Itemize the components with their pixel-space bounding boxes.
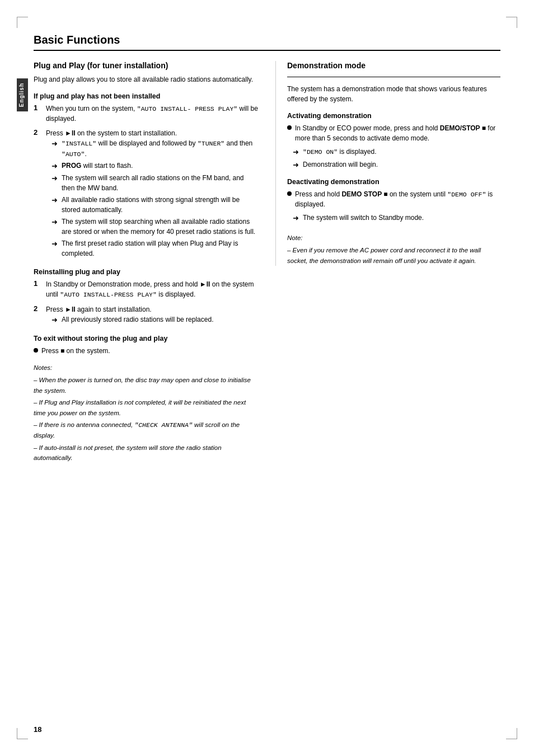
reinstall-s1-mono: "AUTO INSTALL-PRESS PLAY" <box>60 291 157 298</box>
step-number-2: 2 <box>34 128 41 260</box>
corner-mark-br <box>506 728 517 739</box>
exit-bullet: Press ■ on the system. <box>34 346 259 356</box>
step-1-plug-play: 1 When you turn on the system, "AUTO INS… <box>34 104 259 124</box>
step-2-arrow5-text: The system will stop searching when all … <box>62 217 259 237</box>
activating-arrow2: ➜ Demonstration will begin. <box>293 159 500 171</box>
step-2-arrow2-text: PROG will start to flash. <box>62 161 133 172</box>
right-column: Demonstration mode The system has a demo… <box>275 61 500 465</box>
right-note-title: Note: <box>287 233 500 243</box>
reinstall-s2-arrow1: ➜ All previously stored radio stations w… <box>51 314 259 326</box>
step-2-arrow4: ➜ All available radio stations with stro… <box>51 195 259 215</box>
step-2-arrow1-text: "INSTALL" will be displayed and followed… <box>62 138 259 159</box>
left-notes: Notes: – When the power is turned on, th… <box>34 363 259 463</box>
subsection1-title: If plug and play has not been installed <box>34 92 259 100</box>
step-1-mono: "AUTO INSTALL- PRESS PLAY" <box>137 105 237 112</box>
reinstall-step-number-1: 1 <box>34 279 41 299</box>
step-2-arrow5: ➜ The system will stop searching when al… <box>51 217 259 237</box>
activating-demo-title: Activating demonstration <box>287 112 500 120</box>
step-2-arrow1: ➜ "INSTALL" will be displayed and follow… <box>51 138 259 159</box>
reinstall-step-2: 2 Press ►II again to start installation.… <box>34 304 259 327</box>
reinstall-s2-before: Press <box>46 306 65 313</box>
deactivating-arrow1-text: The system will switch to Standby mode. <box>303 213 424 224</box>
arrow-icon-4: ➜ <box>51 195 59 215</box>
arrow-icon-9: ➜ <box>293 159 301 171</box>
arrow-icon-7: ➜ <box>51 314 59 326</box>
reinstall-s2-after: again to start installation. <box>76 306 152 313</box>
reinstall-s2-button: ►II <box>65 306 76 313</box>
page-number: 18 <box>34 725 41 734</box>
step-1-content: When you turn on the system, "AUTO INSTA… <box>46 104 259 124</box>
arrow-icon-3: ➜ <box>51 173 59 193</box>
page-title: Basic Functions <box>34 34 500 51</box>
corner-mark-tr <box>506 17 517 28</box>
right-title-area: Demonstration mode <box>287 61 500 77</box>
step-1-text-before: When you turn on the system, <box>46 105 137 112</box>
bullet-icon-1 <box>34 348 38 353</box>
arrow-icon-1: ➜ <box>51 138 59 159</box>
exit-text-before: Press <box>41 347 60 355</box>
main-content: Basic Functions Plug and Play (for tuner… <box>34 34 500 722</box>
demo-stop-button-activate: DEMO/STOP ■ <box>440 124 486 132</box>
step-2-arrow6: ➜ The first preset radio station will pl… <box>51 238 259 259</box>
deactivating-text-after: on the system until <box>388 190 448 198</box>
reinstall-step-1-content: In Standby or Demonstration mode, press … <box>46 279 259 299</box>
left-section-title: Plug and Play (for tuner installation) <box>34 61 259 70</box>
bullet-icon-2 <box>287 125 292 130</box>
step-number-1: 1 <box>34 104 41 124</box>
english-tab: English <box>17 78 28 111</box>
demo-off-mono: "DEMO OFF" <box>447 191 486 198</box>
activating-text-before: In Standby or ECO power mode, press and … <box>295 124 440 132</box>
left-intro: Plug and play allows you to store all av… <box>34 74 259 84</box>
arrow-icon-6: ➜ <box>51 238 59 259</box>
left-note-3: – If there is no antenna connected, "CHE… <box>34 420 259 441</box>
deactivating-arrow1: ➜ The system will switch to Standby mode… <box>293 213 500 224</box>
step-2-text-after: on the system to start installation. <box>76 129 177 137</box>
deactivating-bullet: Press and hold DEMO STOP ■ on the system… <box>287 189 500 209</box>
deactivating-text-before: Press and hold <box>295 190 341 198</box>
step-2-arrow2: ➜ PROG will start to flash. <box>51 161 259 172</box>
step-2-text-before: Press <box>46 129 65 137</box>
demo-stop-button-deactivate: DEMO STOP ■ <box>341 190 387 198</box>
two-column-layout: Plug and Play (for tuner installation) P… <box>34 61 500 465</box>
subsection2-title: Reinstalling plug and play <box>34 268 259 276</box>
step-2-content: Press ►II on the system to start install… <box>46 128 259 260</box>
subsection3-title: To exit without storing the plug and pla… <box>34 335 259 342</box>
reinstall-s1-end: is displayed. <box>157 290 195 298</box>
left-note-1: – When the power is turned on, the disc … <box>34 375 259 396</box>
activating-arrow2-text: Demonstration will begin. <box>303 159 378 171</box>
reinstall-s2-arrow1-text: All previously stored radio stations wil… <box>62 314 213 326</box>
step-2-plug-play: 2 Press ►II on the system to start insta… <box>34 128 259 260</box>
activating-arrow1-text: "DEMO ON" is displayed. <box>303 147 377 158</box>
left-note-4: – If auto-install is not preset, the sys… <box>34 443 259 463</box>
reinstall-s1-before: In Standby or Demonstration mode, press … <box>46 280 200 288</box>
right-column-inner: Demonstration mode The system has a demo… <box>275 61 500 266</box>
bullet-icon-3 <box>287 191 292 196</box>
activating-arrow1: ➜ "DEMO ON" is displayed. <box>293 147 500 158</box>
right-note-1: – Even if you remove the AC power cord a… <box>287 245 500 266</box>
corner-mark-bl <box>17 728 28 739</box>
deactivating-bullet-content: Press and hold DEMO STOP ■ on the system… <box>295 189 500 209</box>
right-section-title: Demonstration mode <box>287 61 500 70</box>
exit-text-after: on the system. <box>64 347 110 355</box>
reinstall-step-1: 1 In Standby or Demonstration mode, pres… <box>34 279 259 299</box>
corner-mark-tl <box>17 17 28 28</box>
left-column: Plug and Play (for tuner installation) P… <box>34 61 259 465</box>
arrow-icon-10: ➜ <box>293 213 301 224</box>
reinstall-s1-button: ►II <box>200 280 210 288</box>
exit-bullet-content: Press ■ on the system. <box>41 346 259 356</box>
deactivating-demo-title: Deactivating demonstration <box>287 178 500 186</box>
page-container: English Basic Functions Plug and Play (f… <box>0 0 534 756</box>
reinstall-step-2-content: Press ►II again to start installation. ➜… <box>46 304 259 327</box>
left-note-2: – If Plug and Play installation is not c… <box>34 397 259 418</box>
step-2-arrow4-text: All available radio stations with strong… <box>62 195 259 215</box>
left-notes-title: Notes: <box>34 363 259 373</box>
step-2-arrow6-text: The first preset radio station will play… <box>62 238 259 259</box>
reinstall-step-number-2: 2 <box>34 304 41 327</box>
arrow-icon-2: ➜ <box>51 161 59 172</box>
step-2-arrow3-text: The system will search all radio station… <box>62 173 259 193</box>
arrow-icon-8: ➜ <box>293 147 301 158</box>
step-2-arrow3: ➜ The system will search all radio stati… <box>51 173 259 193</box>
activating-bullet: In Standby or ECO power mode, press and … <box>287 123 500 143</box>
activating-bullet-content: In Standby or ECO power mode, press and … <box>295 123 500 143</box>
right-note: Note: – Even if you remove the AC power … <box>287 233 500 266</box>
